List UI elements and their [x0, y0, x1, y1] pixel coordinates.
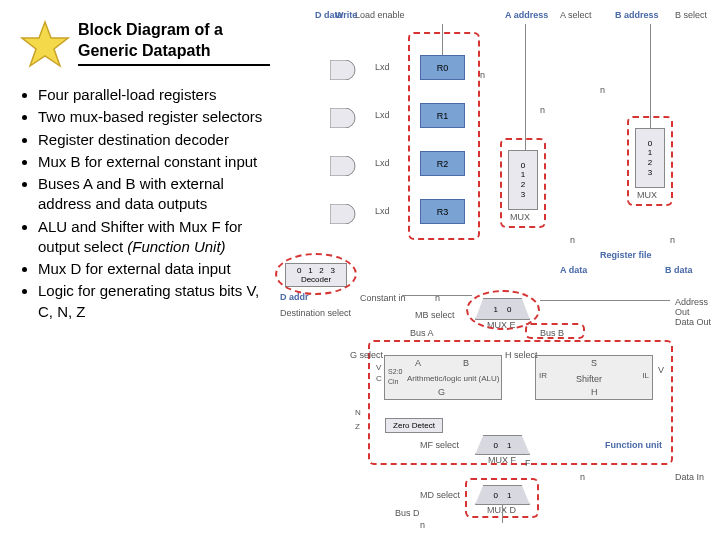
label-lxd: Lxd	[375, 206, 390, 216]
label-a-address: A address	[505, 10, 548, 20]
mux-f: 0 1	[475, 435, 530, 455]
label-n: n	[580, 472, 585, 482]
label-lxd: Lxd	[375, 110, 390, 120]
label-mux-f: MUX F	[488, 455, 516, 465]
datapath-diagram: Load enable Write D data A address A sel…	[280, 10, 720, 540]
bullet-item: Two mux-based register selectors	[38, 107, 270, 127]
bullet-item: Mux B for external constant input	[38, 152, 270, 172]
label-shifter-0: V	[658, 365, 664, 375]
label-b-address: B address	[615, 10, 659, 20]
label-n: n	[420, 520, 425, 530]
label-v: V	[376, 363, 381, 372]
label-constant-in: Constant in	[360, 293, 406, 303]
label-b-select: B select	[675, 10, 707, 20]
label-bus-a: Bus A	[410, 328, 434, 338]
and-gate-icon	[330, 60, 360, 80]
and-gate-icon	[330, 108, 360, 128]
label-load-enable: Load enable	[355, 10, 405, 20]
label-bus-d: Bus D	[395, 508, 420, 518]
label-data-out: Data Out	[675, 317, 711, 327]
label-h-select: H select	[505, 350, 538, 360]
highlight-registers	[408, 32, 480, 240]
svg-marker-0	[22, 22, 68, 66]
label-n: n	[570, 235, 575, 245]
highlight-mux-b	[627, 116, 673, 206]
label-lxd: Lxd	[375, 158, 390, 168]
label-a-select: A select	[560, 10, 592, 20]
highlight-decoder	[275, 253, 357, 295]
shifter-box: S IR IL Shifter H	[535, 355, 653, 400]
bullet-item: Buses A and B with external address and …	[38, 174, 270, 215]
label-address-out: Address Out	[675, 297, 720, 317]
label-function-unit: Function unit	[605, 440, 662, 450]
label-d-addr: D addr	[280, 292, 309, 302]
label-a-data: A data	[560, 265, 587, 275]
bullet-item: Four parallel-load registers	[38, 85, 270, 105]
label-c: C	[376, 374, 382, 383]
label-b-data: B data	[665, 265, 693, 275]
highlight-bus-b	[525, 323, 585, 339]
label-n: n	[540, 105, 545, 115]
and-gate-icon	[330, 204, 360, 224]
label-md-select: MD select	[420, 490, 460, 500]
label-n: N	[355, 408, 361, 417]
star-icon	[20, 20, 70, 70]
label-z: Z	[355, 422, 360, 431]
label-dest-select: Destination select	[280, 308, 351, 318]
label-lxd: Lxd	[375, 62, 390, 72]
label-d-data: D data	[315, 10, 343, 20]
zero-detect: Zero Detect	[385, 418, 443, 433]
bullet-list: Four parallel-load registers Two mux-bas…	[20, 85, 270, 322]
label-register-file: Register file	[600, 250, 652, 260]
highlight-mux-a	[500, 138, 546, 228]
label-mf-select: MF select	[420, 440, 459, 450]
bullet-item: Logic for generating status bits V, C, N…	[38, 281, 270, 322]
bullet-item: Mux D for external data input	[38, 259, 270, 279]
bullet-item: ALU and Shifter with Mux F for output se…	[38, 217, 270, 258]
label-f: F	[525, 458, 531, 468]
label-g-select: G select	[350, 350, 383, 360]
label-data-in: Data In	[675, 472, 704, 482]
label-n: n	[600, 85, 605, 95]
label-mb-select: MB select	[415, 310, 455, 320]
page-title: Block Diagram of a Generic Datapath	[78, 20, 270, 66]
bullet-item: Register destination decoder	[38, 130, 270, 150]
and-gate-icon	[330, 156, 360, 176]
label-n: n	[480, 70, 485, 80]
label-n: n	[670, 235, 675, 245]
alu-box: A B S2:0 Cin Arithmetic/logic unit (ALU)…	[384, 355, 502, 400]
